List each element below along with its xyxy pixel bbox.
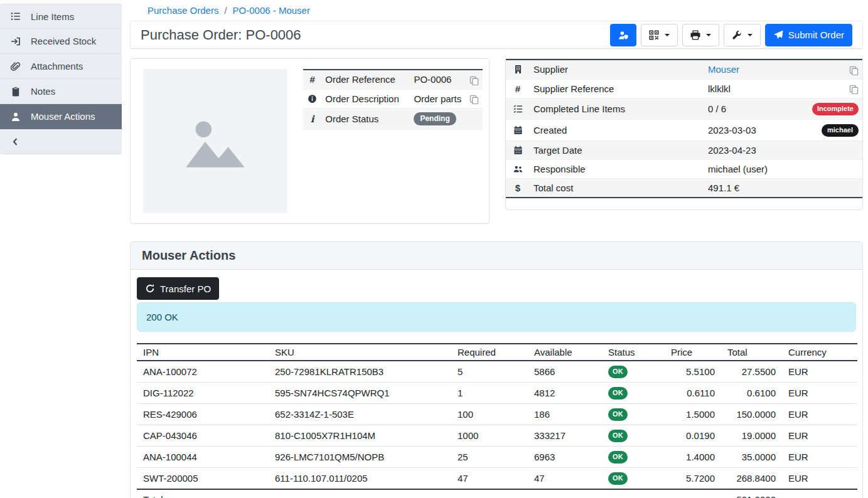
panel-body: Transfer PO 200 OK IPN SKU Required Avai… — [131, 270, 862, 498]
cell-available: 6963 — [528, 447, 602, 468]
breadcrumb-link-purchase-orders[interactable]: Purchase Orders — [147, 5, 218, 16]
users-icon — [510, 164, 526, 174]
detail-value: 491.1 € — [704, 179, 793, 198]
supplier-details-card: Supplier Mouser # Supplier Reference lkl… — [505, 58, 863, 210]
cell-currency: EUR — [782, 361, 857, 383]
user-badge: michael — [822, 124, 859, 137]
table-row: RES-429006 652-3314Z-1-503E 100 186 OK 1… — [137, 404, 857, 425]
detail-label: Order Reference — [321, 70, 410, 89]
column-header-ipn: IPN — [137, 344, 269, 361]
column-header-sku: SKU — [269, 344, 451, 361]
detail-row-target-date: Target Date 2023-04-23 — [506, 141, 862, 160]
incomplete-badge: Incomplete — [812, 103, 859, 115]
mouser-actions-panel: Mouser Actions Transfer PO 200 OK — [130, 241, 863, 498]
cell-total: 27.5500 — [721, 361, 782, 383]
cell-ipn: ANA-100072 — [137, 361, 269, 383]
detail-row-supplier: Supplier Mouser — [506, 60, 862, 79]
cell-total: 35.0000 — [721, 447, 782, 468]
breadcrumb: Purchase Orders / PO-0006 - Mouser — [122, 0, 868, 21]
copy-icon[interactable] — [469, 74, 479, 85]
detail-label: Order Status — [321, 109, 410, 130]
barcode-menu-button[interactable] — [641, 24, 678, 46]
building-icon — [510, 65, 526, 74]
detail-row-order-reference: # Order Reference PO-0006 — [303, 70, 483, 89]
breadcrumb-link-current-order[interactable]: PO-0006 - Mouser — [233, 5, 310, 16]
cell-price: 1.5000 — [665, 404, 721, 425]
user-shield-icon — [618, 30, 628, 40]
hash-icon: # — [515, 83, 520, 94]
detail-label: Responsible — [530, 160, 704, 179]
cell-sku: 926-LMC7101QM5/NOPB — [269, 447, 451, 468]
caret-down-icon — [665, 34, 670, 36]
image-placeholder-icon — [178, 104, 252, 178]
transfer-po-button[interactable]: Transfer PO — [137, 277, 219, 300]
sidebar-item-label: Attachments — [31, 61, 83, 72]
detail-row-created: Created 2023-03-03 michael — [506, 120, 862, 141]
supplier-link[interactable]: Mouser — [708, 64, 739, 75]
sidebar: Line Items Received Stock Attachments No… — [0, 0, 122, 498]
info-circle-icon — [307, 94, 318, 103]
toolbar: Submit Order — [610, 24, 852, 46]
cell-sku: 611-110.107.011/0205 — [269, 468, 451, 490]
table-header-row: IPN SKU Required Available Status Price … — [137, 344, 857, 361]
cell-required: 1000 — [451, 425, 528, 447]
cell-sku: 810-C1005X7R1H104M — [269, 425, 451, 447]
submit-order-label: Submit Order — [788, 29, 844, 40]
cell-price: 5.5100 — [665, 361, 721, 383]
paperclip-icon — [10, 61, 21, 72]
print-menu-button[interactable] — [682, 24, 719, 46]
app-root: Line Items Received Stock Attachments No… — [0, 0, 868, 498]
sidebar-item-received-stock[interactable]: Received Stock — [0, 29, 122, 54]
detail-label: Supplier — [530, 60, 704, 79]
page-title: Purchase Order: PO-0006 — [141, 27, 301, 43]
cell-required: 100 — [451, 404, 528, 425]
cell-price: 5.7200 — [665, 468, 721, 490]
sidebar-item-line-items[interactable]: Line Items — [0, 4, 122, 29]
column-header-currency: Currency — [782, 344, 857, 361]
table-row: SWT-200005 611-110.107.011/0205 47 47 OK… — [137, 468, 857, 490]
calendar-icon — [510, 125, 526, 135]
column-header-required: Required — [451, 344, 528, 361]
ok-badge: OK — [608, 451, 628, 464]
copy-icon[interactable] — [849, 83, 859, 94]
detail-value: Order parts — [410, 89, 465, 109]
detail-row-responsible: Responsible michael (user) — [506, 160, 862, 179]
sidebar-item-label: Line Items — [31, 11, 74, 22]
list-icon — [10, 11, 21, 21]
sidebar-collapse-button[interactable] — [0, 129, 122, 154]
sidebar-nav: Line Items Received Stock Attachments No… — [0, 4, 122, 154]
detail-value: PO-0006 — [410, 70, 465, 89]
sign-in-icon — [10, 36, 21, 46]
order-actions-menu-button[interactable] — [724, 24, 761, 46]
cell-ipn: CAP-043046 — [137, 425, 269, 447]
detail-row-order-description: Order Description Order parts — [303, 89, 483, 109]
dollar-icon: $ — [515, 183, 520, 193]
chevron-left-icon — [10, 137, 21, 147]
detail-row-supplier-reference: # Supplier Reference lklklkl — [506, 79, 862, 98]
detail-value: 2023-03-03 — [704, 120, 793, 141]
sidebar-item-mouser-actions[interactable]: Mouser Actions — [0, 104, 122, 129]
list-check-icon — [510, 104, 526, 114]
supplier-actions-button[interactable] — [610, 24, 636, 46]
sidebar-item-notes[interactable]: Notes — [0, 79, 122, 104]
detail-label: Order Description — [321, 89, 410, 109]
cell-ipn: SWT-200005 — [137, 468, 269, 490]
sidebar-item-label: Mouser Actions — [31, 111, 95, 122]
caret-down-icon — [706, 34, 711, 36]
copy-icon[interactable] — [469, 93, 479, 104]
ok-badge: OK — [608, 408, 628, 421]
detail-row-order-status: i Order Status Pending — [303, 109, 483, 130]
order-status-badge: Pending — [414, 112, 456, 125]
cell-available: 47 — [528, 468, 602, 490]
ok-badge: OK — [608, 366, 628, 378]
copy-icon[interactable] — [849, 64, 859, 75]
order-summary-card: # Order Reference PO-0006 Order Descript… — [130, 58, 490, 224]
cell-ipn: RES-429006 — [137, 404, 269, 425]
sidebar-item-attachments[interactable]: Attachments — [0, 54, 122, 79]
sidebar-item-label: Notes — [31, 86, 55, 97]
submit-order-button[interactable]: Submit Order — [765, 24, 852, 46]
printer-icon — [690, 30, 700, 40]
supplier-details-table: Supplier Mouser # Supplier Reference lkl… — [506, 59, 862, 198]
order-image-placeholder[interactable] — [143, 69, 287, 213]
page-header: Purchase Order: PO-0006 — [130, 21, 863, 49]
